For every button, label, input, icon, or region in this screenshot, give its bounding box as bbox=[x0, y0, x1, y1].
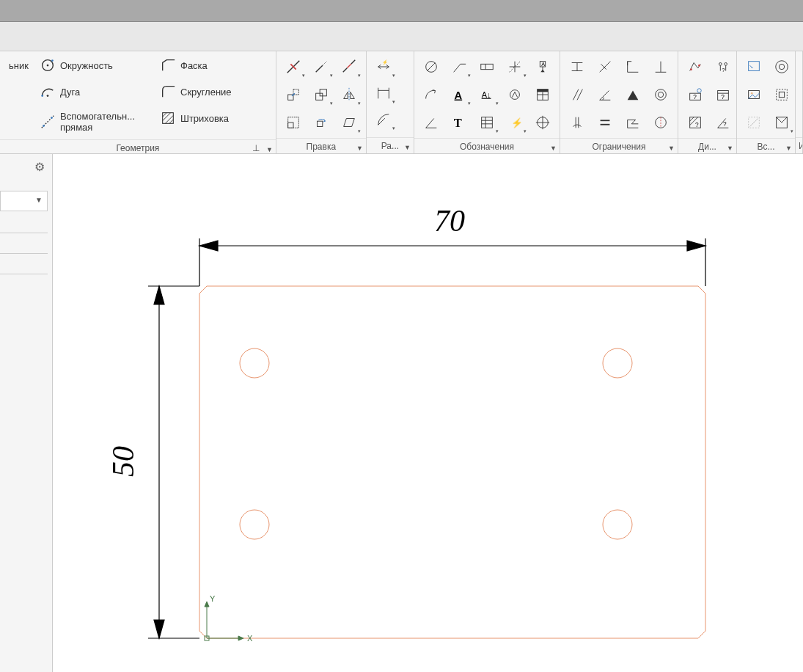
svg-line-17 bbox=[343, 68, 348, 73]
svg-rect-38 bbox=[481, 64, 494, 69]
concentric-button[interactable] bbox=[648, 82, 673, 107]
rotate-button[interactable] bbox=[309, 110, 334, 135]
drawing-canvas[interactable]: X Y 70 50 bbox=[53, 154, 803, 672]
panel-settings-icon[interactable]: ⚙ bbox=[34, 160, 45, 174]
polygon-button-partial[interactable]: ьник bbox=[4, 54, 32, 76]
perpendicular-button[interactable] bbox=[648, 54, 673, 79]
image-button[interactable] bbox=[741, 82, 766, 107]
roughness-button[interactable] bbox=[419, 54, 444, 79]
angle-info-button[interactable]: ? bbox=[711, 110, 736, 135]
fix-button[interactable] bbox=[620, 110, 645, 135]
symmetry-button[interactable] bbox=[648, 110, 673, 135]
view-button[interactable] bbox=[769, 82, 794, 107]
parallel-button[interactable] bbox=[565, 82, 590, 107]
tangent-button[interactable] bbox=[593, 82, 617, 107]
mirror-button[interactable]: ▾ bbox=[337, 82, 362, 107]
svg-point-1 bbox=[47, 65, 49, 67]
ole-button[interactable]: ▾ bbox=[769, 110, 794, 135]
property-selector[interactable]: ▼ bbox=[0, 191, 48, 211]
circle-icon bbox=[40, 57, 56, 73]
svg-line-12 bbox=[169, 120, 174, 124]
leader-button[interactable]: ▾ bbox=[447, 54, 472, 79]
hatch-info-button[interactable]: ? bbox=[683, 110, 708, 135]
arrow-button[interactable] bbox=[419, 82, 444, 107]
weld-button[interactable] bbox=[502, 82, 527, 107]
svg-text:?: ? bbox=[722, 67, 725, 73]
check-button[interactable]: ? bbox=[711, 82, 736, 107]
spec-table-button[interactable]: ▾ bbox=[474, 110, 499, 135]
geometry-pin-icon[interactable]: ⊥ bbox=[252, 142, 260, 153]
linear-dim-button[interactable]: ▾ bbox=[371, 81, 396, 106]
constraints-group-title: Ограничения ▼ bbox=[560, 138, 678, 153]
hatch-button[interactable]: Штриховка bbox=[155, 107, 265, 129]
arc-icon bbox=[40, 84, 56, 100]
svg-line-100 bbox=[690, 117, 694, 122]
collinear-button[interactable] bbox=[620, 54, 645, 79]
scale-button[interactable] bbox=[281, 110, 306, 135]
tolerance-button[interactable] bbox=[474, 54, 499, 79]
svg-text:A: A bbox=[455, 90, 463, 101]
svg-line-67 bbox=[600, 62, 611, 73]
deform-button[interactable]: ▾ bbox=[337, 110, 362, 135]
copy-button[interactable]: ▾ bbox=[309, 82, 334, 107]
radial-dim-button[interactable]: ▾ bbox=[371, 107, 396, 132]
measure-button[interactable]: ? bbox=[711, 54, 736, 79]
fillet-button[interactable]: Скругление bbox=[155, 81, 265, 103]
svg-rect-112 bbox=[779, 92, 784, 97]
svg-text:⚡: ⚡ bbox=[511, 117, 523, 129]
svg-point-107 bbox=[776, 61, 788, 73]
center-mark-button[interactable] bbox=[530, 110, 555, 135]
move-button[interactable] bbox=[281, 82, 306, 107]
dims-group-title: Ра... ▼ bbox=[367, 137, 414, 153]
svg-line-19 bbox=[347, 64, 351, 68]
fragment-button[interactable] bbox=[741, 54, 766, 79]
svg-rect-27 bbox=[317, 121, 322, 126]
svg-point-140 bbox=[240, 348, 269, 378]
annot-dropdown-icon[interactable]: ▼ bbox=[550, 142, 557, 153]
local-button[interactable] bbox=[741, 110, 766, 135]
svg-rect-111 bbox=[777, 90, 788, 101]
dimension-height: 50 bbox=[106, 446, 140, 477]
dims-dropdown-icon[interactable]: ▼ bbox=[404, 141, 411, 153]
horizontal-constraint-button[interactable] bbox=[565, 54, 590, 79]
aux-line-button[interactable]: Вспомогательн... прямая bbox=[35, 107, 153, 136]
chamfer-button[interactable]: Фаска bbox=[155, 54, 265, 76]
table-button[interactable] bbox=[530, 82, 555, 107]
angle-mark-button[interactable] bbox=[419, 110, 444, 135]
svg-point-87 bbox=[698, 65, 700, 67]
insert-group-title: Вс... ▼ bbox=[737, 138, 795, 153]
svg-text:?: ? bbox=[721, 94, 725, 101]
auto-dim-button[interactable]: ⚡▾ bbox=[371, 54, 396, 79]
insert-dropdown-icon[interactable]: ▼ bbox=[785, 142, 792, 153]
svg-point-4 bbox=[41, 95, 43, 97]
svg-line-9 bbox=[163, 113, 167, 117]
circle-button[interactable]: Окружность bbox=[35, 54, 153, 76]
trim-button[interactable]: ▾ bbox=[281, 54, 306, 79]
diag-dropdown-icon[interactable]: ▼ bbox=[727, 142, 733, 153]
geometry-dropdown-icon[interactable]: ▼ bbox=[266, 143, 273, 153]
centerline-button[interactable]: ▾ bbox=[502, 54, 527, 79]
aux-line-icon bbox=[40, 114, 56, 130]
coincident-button[interactable] bbox=[620, 82, 645, 107]
mark-button[interactable]: A↓▾ bbox=[474, 82, 499, 107]
text-button[interactable]: A▾ bbox=[447, 82, 472, 107]
ribbon: ьник Окружность Дуга bbox=[0, 51, 803, 154]
label-text-button[interactable]: T bbox=[447, 110, 472, 135]
extend-button[interactable]: ▾ bbox=[309, 54, 334, 79]
equal-button[interactable] bbox=[593, 110, 617, 135]
svg-point-110 bbox=[751, 92, 753, 95]
change-mark-button[interactable]: ⚡▾ bbox=[502, 110, 527, 135]
point-on-button[interactable] bbox=[565, 110, 590, 135]
circle-label: Окружность bbox=[60, 60, 113, 71]
datum-button[interactable]: A bbox=[530, 54, 555, 79]
inspect-button[interactable] bbox=[683, 54, 708, 79]
constraints-dropdown-icon[interactable]: ▼ bbox=[668, 142, 675, 153]
info-button[interactable]: ? bbox=[683, 82, 708, 107]
vertical-constraint-button[interactable] bbox=[593, 54, 617, 79]
macro-button[interactable] bbox=[769, 54, 794, 79]
arc-button[interactable]: Дуга bbox=[35, 81, 153, 103]
svg-line-54 bbox=[426, 119, 434, 128]
edit-dropdown-icon[interactable]: ▼ bbox=[356, 142, 363, 153]
break-button[interactable]: ▾ bbox=[337, 54, 362, 79]
svg-rect-52 bbox=[538, 90, 549, 92]
